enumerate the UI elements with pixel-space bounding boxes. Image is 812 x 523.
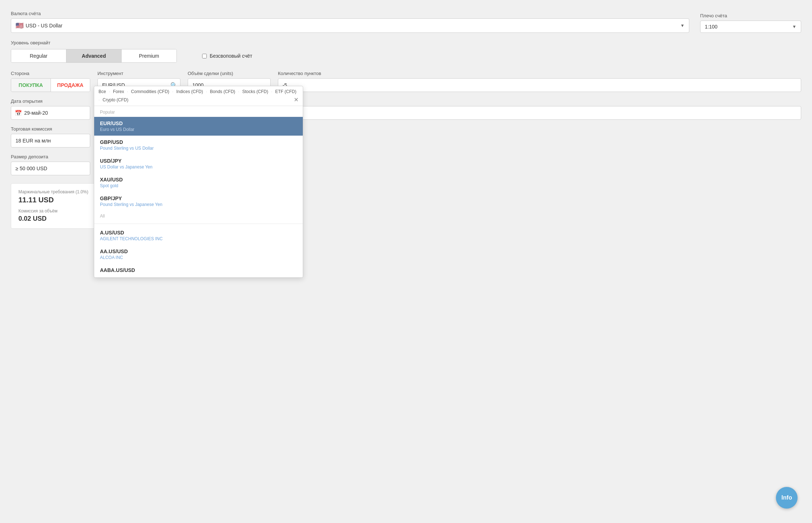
item-symbol: GBP/JPY bbox=[100, 195, 297, 201]
date-input[interactable] bbox=[24, 106, 86, 119]
overnight-row: Regular Advanced Premium Безсвоповый счё… bbox=[11, 49, 801, 63]
usd-flag-icon: 🇺🇸 bbox=[16, 22, 23, 30]
popular-label: Popular bbox=[94, 106, 303, 117]
tab-group: Regular Advanced Premium bbox=[11, 49, 177, 63]
tab-regular[interactable]: Regular bbox=[11, 49, 66, 62]
dropdown-close-button[interactable]: ✕ bbox=[294, 97, 298, 103]
open-date-label: Дата открытия bbox=[11, 98, 90, 104]
currency-label: Валюта счёта bbox=[11, 11, 689, 16]
item-symbol: AABA.US/USD bbox=[100, 267, 297, 273]
tab-premium[interactable]: Premium bbox=[122, 49, 176, 62]
open-date-field-group: Дата открытия 📅 bbox=[11, 98, 90, 120]
deposit-value: ≥ 50 000 USD bbox=[11, 162, 90, 175]
side-label: Сторона bbox=[11, 71, 90, 76]
sell-button[interactable]: ПРОДАЖА bbox=[51, 79, 90, 92]
overnight-checkbox[interactable] bbox=[202, 54, 207, 58]
instrument-dropdown: Все · Forex · Commodities (CFD) · Indice… bbox=[94, 86, 303, 278]
item-symbol: AA.US/USD bbox=[100, 249, 297, 254]
item-name: ALCOA INC bbox=[100, 255, 297, 260]
date-input-wrap: 📅 bbox=[11, 106, 90, 120]
item-name: Pound Sterling vs US Dollar bbox=[100, 146, 297, 151]
side-field-group: Сторона ПОКУПКА ПРОДАЖА bbox=[11, 71, 90, 92]
item-name: Spot gold bbox=[100, 183, 297, 188]
currency-select[interactable]: USD - US Dollar bbox=[26, 23, 685, 28]
filter-all[interactable]: Все bbox=[99, 89, 106, 94]
leverage-select-wrap[interactable]: 1:100 ▼ bbox=[700, 21, 801, 33]
overnight-checkbox-label[interactable]: Безсвоповый счёт bbox=[210, 53, 252, 59]
list-item[interactable]: AA.US/USD ALCOA INC bbox=[94, 245, 303, 264]
filter-forex[interactable]: Forex bbox=[113, 89, 124, 94]
item-symbol: GBP/USD bbox=[100, 139, 297, 145]
list-item[interactable]: USD/JPY US Dollar vs Japanese Yen bbox=[94, 154, 303, 173]
dropdown-body: Popular EUR/USD Euro vs US Dollar GBP/US… bbox=[94, 106, 303, 277]
filter-commodities[interactable]: Commodities (CFD) bbox=[131, 89, 169, 94]
all-label: All bbox=[94, 211, 303, 221]
points-input[interactable]: -5 bbox=[278, 78, 801, 92]
currency-section: Валюта счёта 🇺🇸 USD - US Dollar ▼ bbox=[11, 11, 689, 33]
filter-bonds[interactable]: Bonds (CFD) bbox=[210, 89, 235, 94]
item-name: US Dollar vs Japanese Yen bbox=[100, 164, 297, 170]
overnight-section: Уровень овернайт Regular Advanced Premiu… bbox=[11, 40, 801, 63]
list-item[interactable]: GBP/USD Pound Sterling vs US Dollar bbox=[94, 136, 303, 154]
dropdown-filter-row: Все · Forex · Commodities (CFD) · Indice… bbox=[94, 86, 303, 106]
side-buttons: ПОКУПКА ПРОДАЖА bbox=[11, 78, 90, 92]
commission-value: 18 EUR на млн bbox=[11, 134, 90, 148]
leverage-section: Плечо счёта 1:100 ▼ bbox=[700, 13, 801, 33]
item-symbol: A.US/USD bbox=[100, 230, 297, 236]
overnight-checkbox-row: Безсвоповый счёт bbox=[202, 53, 252, 59]
item-symbol: XAU/USD bbox=[100, 177, 297, 183]
info-button[interactable]: Info bbox=[776, 487, 798, 509]
buy-button[interactable]: ПОКУПКА bbox=[11, 79, 51, 92]
points-label: Количество пунктов bbox=[278, 71, 801, 76]
leverage-label: Плечо счёта bbox=[700, 13, 801, 18]
list-item[interactable]: A.US/USD AGILENT TECHNOLOGIES INC bbox=[94, 226, 303, 245]
item-name: AGILENT TECHNOLOGIES INC bbox=[100, 236, 297, 241]
filter-indices[interactable]: Indices (CFD) bbox=[176, 89, 203, 94]
filter-etf[interactable]: ETF (CFD) bbox=[275, 89, 296, 94]
list-item[interactable]: AABA.US/USD bbox=[94, 264, 303, 277]
filter-stocks[interactable]: Stocks (CFD) bbox=[242, 89, 268, 94]
top-row: Валюта счёта 🇺🇸 USD - US Dollar ▼ Плечо … bbox=[11, 11, 801, 33]
tab-advanced[interactable]: Advanced bbox=[66, 49, 122, 62]
overnight-label: Уровень овернайт bbox=[11, 40, 801, 45]
filter-crypto[interactable]: Crypto (CFD) bbox=[102, 97, 128, 102]
currency-select-wrap[interactable]: 🇺🇸 USD - US Dollar ▼ bbox=[11, 18, 689, 33]
list-item[interactable]: XAU/USD Spot gold bbox=[94, 173, 303, 192]
item-name: Pound Sterling vs Japanese Yen bbox=[100, 202, 297, 207]
list-item[interactable]: GBP/JPY Pound Sterling vs Japanese Yen bbox=[94, 192, 303, 211]
instrument-label: Инструмент bbox=[97, 71, 180, 76]
item-symbol: USD/JPY bbox=[100, 158, 297, 164]
leverage-select[interactable]: 1:100 bbox=[705, 24, 796, 30]
item-symbol: EUR/USD bbox=[100, 120, 297, 126]
list-item[interactable]: EUR/USD Euro vs US Dollar bbox=[94, 117, 303, 136]
volume-label: Объём сделки (units) bbox=[188, 71, 271, 76]
points-field-group: Количество пунктов -5 bbox=[278, 71, 801, 92]
calendar-icon: 📅 bbox=[15, 110, 22, 117]
page-container: Валюта счёта 🇺🇸 USD - US Dollar ▼ Плечо … bbox=[0, 0, 812, 523]
dropdown-divider bbox=[94, 224, 303, 224]
item-name: Euro vs US Dollar bbox=[100, 127, 297, 132]
